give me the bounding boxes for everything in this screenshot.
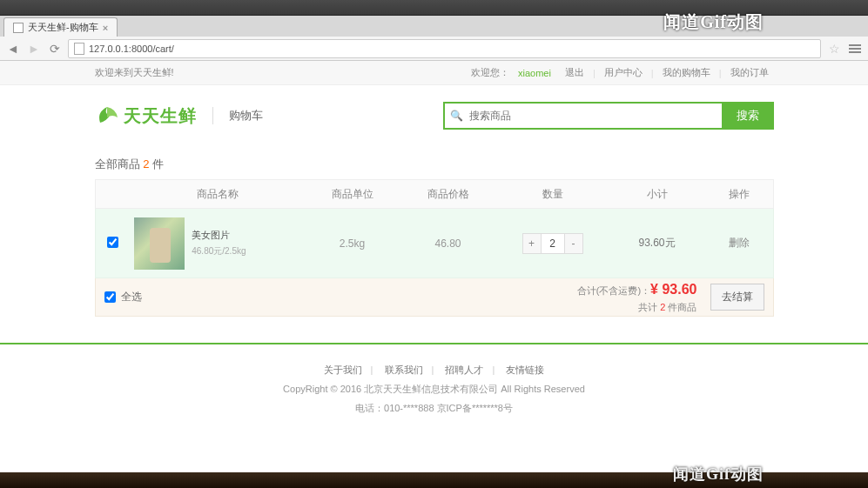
selectall-checkbox[interactable] (104, 291, 116, 303)
search-button[interactable]: 搜索 (722, 102, 774, 130)
browser-tab[interactable]: 天天生鲜-购物车 × (3, 17, 118, 37)
myorder-link[interactable]: 我的订单 (725, 66, 774, 79)
tab-title: 天天生鲜-购物车 (28, 21, 98, 34)
search-icon: 🔍 (450, 110, 463, 122)
site-header: 天天生鲜 购物车 🔍 搜索 (95, 85, 774, 146)
checkout-button[interactable]: 去结算 (710, 284, 764, 311)
product-name[interactable]: 美女图片 (192, 229, 304, 242)
footer-contact[interactable]: 联系我们 (376, 364, 432, 375)
qty-value[interactable]: 2 (541, 234, 565, 253)
mycart-link[interactable]: 我的购物车 (657, 66, 716, 79)
qty-plus-button[interactable]: + (523, 234, 541, 253)
delete-link[interactable]: 删除 (729, 237, 750, 249)
selectall-label: 全选 (121, 290, 142, 304)
topbar-links: 欢迎您： xiaomei 退出 | 用户中心 | 我的购物车 | 我的订单 (471, 66, 773, 79)
back-button[interactable]: ◄ (5, 41, 21, 57)
watermark: 闻道Gif动图 (663, 10, 764, 34)
quantity-stepper: + 2 - (522, 233, 583, 254)
watermark: 闻道Gif动图 (673, 464, 764, 485)
close-icon[interactable]: × (103, 23, 108, 33)
cart-section: 全部商品 2 件 商品名称 商品单位 商品价格 数量 小计 操作 美女图片 46… (95, 146, 774, 317)
username-link[interactable]: xiaomei (513, 68, 556, 78)
page-subtitle: 购物车 (229, 108, 263, 124)
url-text: 127.0.0.1:8000/cart/ (89, 43, 174, 54)
item-checkbox[interactable] (107, 237, 118, 248)
leaf-icon (95, 105, 119, 126)
footer-friend[interactable]: 友情链接 (497, 364, 553, 375)
cart-header-row: 商品名称 商品单位 商品价格 数量 小计 操作 (95, 179, 774, 209)
forward-button[interactable]: ► (26, 41, 42, 57)
browser-toolbar: ◄ ► ⟳ 127.0.0.1:8000/cart/ ☆ (0, 37, 868, 61)
search-form: 🔍 搜索 (443, 102, 774, 130)
bookmark-button[interactable]: ☆ (826, 41, 842, 57)
item-unit: 2.5kg (305, 237, 400, 250)
cart-footer: 全选 合计(不含运费)：¥ 93.60 共计 2 件商品 去结算 (95, 278, 774, 317)
footer-about[interactable]: 关于我们 (315, 364, 371, 375)
product-info: 46.80元/2.5kg (192, 245, 304, 257)
page-icon (74, 43, 84, 55)
qty-minus-button[interactable]: - (565, 234, 582, 253)
page-icon (13, 23, 24, 33)
tel-icp: 电话：010-****888 京ICP备*******8号 (0, 398, 868, 418)
copyright: CopyRight © 2016 北京天天生鲜信息技术有限公司 All Righ… (0, 379, 868, 398)
site-topbar: 欢迎来到天天生鲜! 欢迎您： xiaomei 退出 | 用户中心 | 我的购物车… (0, 61, 868, 85)
site-footer: 关于我们| 联系我们| 招聘人才| 友情链接 CopyRight © 2016 … (0, 344, 868, 433)
menu-button[interactable] (847, 41, 863, 57)
total-amount: 93.60 (662, 282, 696, 297)
col-price: 商品价格 (400, 187, 496, 202)
col-op: 操作 (705, 187, 773, 202)
col-name: 商品名称 (131, 187, 305, 202)
search-input[interactable] (443, 102, 722, 130)
summary: 合计(不含运费)：¥ 93.60 共计 2 件商品 (577, 279, 697, 315)
logo[interactable]: 天天生鲜 (95, 104, 197, 128)
item-price: 46.80 (400, 237, 496, 250)
col-qty: 数量 (496, 187, 609, 202)
usercenter-link[interactable]: 用户中心 (599, 66, 648, 79)
item-subtotal: 93.60元 (609, 236, 705, 251)
page-content: 欢迎来到天天生鲜! 欢迎您： xiaomei 退出 | 用户中心 | 我的购物车… (0, 61, 868, 433)
menu-icon (849, 44, 861, 53)
address-bar[interactable]: 127.0.0.1:8000/cart/ (68, 39, 821, 58)
footer-recruit[interactable]: 招聘人才 (436, 364, 492, 375)
product-image[interactable] (134, 217, 185, 270)
col-sub: 小计 (609, 187, 705, 202)
logout-link[interactable]: 退出 (560, 66, 589, 79)
cart-title: 全部商品 2 件 (95, 146, 774, 179)
reload-button[interactable]: ⟳ (47, 41, 63, 57)
welcome-text: 欢迎来到天天生鲜! (95, 66, 174, 79)
greet-text: 欢迎您： (471, 66, 509, 79)
col-unit: 商品单位 (305, 187, 400, 202)
brand-text: 天天生鲜 (124, 104, 197, 128)
cart-item-row: 美女图片 46.80元/2.5kg 2.5kg 46.80 + 2 - 93.6… (95, 209, 774, 278)
